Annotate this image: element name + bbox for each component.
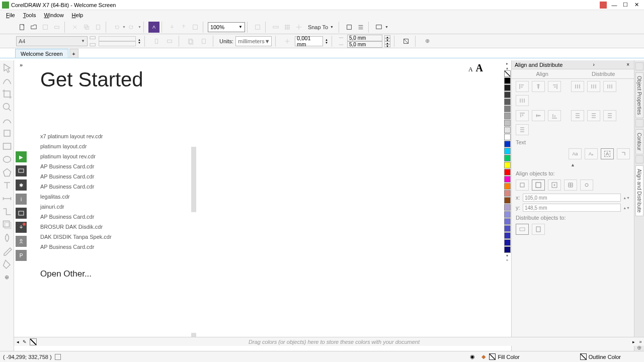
doc-palette-right[interactable]: ▸ <box>630 339 637 344</box>
color-proof-icon[interactable]: ◉ <box>469 353 476 360</box>
interactive-fill-tool[interactable] <box>1 258 13 270</box>
docker-tab-align[interactable]: Align <box>512 69 573 78</box>
smart-fill-tool[interactable] <box>1 127 13 139</box>
duplicate-x-field[interactable]: 5,0 mm <box>347 35 382 41</box>
status-play-icon[interactable] <box>55 354 61 360</box>
vtab-icon-properties[interactable] <box>635 62 643 70</box>
minimize-button[interactable]: — <box>609 1 620 10</box>
vtab-icon-align[interactable] <box>635 155 643 163</box>
parallel-dim-tool[interactable] <box>1 193 13 205</box>
align-left-button[interactable] <box>516 81 529 92</box>
welcome-workspace-button[interactable] <box>16 165 27 176</box>
tab-welcome-screen[interactable]: Welcome Screen <box>15 49 68 58</box>
large-a-icon[interactable]: A <box>476 62 483 74</box>
ellipse-tool[interactable] <box>1 153 13 165</box>
units-combo[interactable]: millimeters▼ <box>235 36 272 46</box>
welcome-font-size-controls[interactable]: A A <box>468 62 483 74</box>
spinner-arrows[interactable]: ▲▼ <box>138 38 141 44</box>
recent-file-item[interactable]: x7 platinum layout rev.cdr <box>40 131 186 141</box>
nudge-spinner[interactable]: ▲▼ <box>325 38 328 44</box>
connector-tool[interactable] <box>1 206 13 218</box>
menu-tools[interactable]: Tools <box>19 11 40 19</box>
color-swatch[interactable] <box>504 169 511 175</box>
app-launcher-button[interactable] <box>355 22 366 33</box>
dist-center-h-button[interactable] <box>587 81 600 92</box>
vtab-align-distribute[interactable]: Align and Distribute <box>635 165 643 216</box>
recent-file-item[interactable]: AP Business Card.cdr <box>40 212 186 222</box>
duplicate-y-field[interactable]: 5,0 mm <box>347 41 382 48</box>
menu-help[interactable]: Help <box>68 11 88 19</box>
recent-file-item[interactable]: legalitas.cdr <box>40 192 186 202</box>
freehand-tool[interactable] <box>1 114 13 126</box>
options-button[interactable] <box>344 22 355 33</box>
dist-to-selection-button[interactable] <box>516 224 529 235</box>
rectangle-tool[interactable] <box>1 140 13 152</box>
align-bottom-button[interactable] <box>548 110 561 121</box>
recent-file-item[interactable]: AP Business Card.cdr <box>40 161 186 171</box>
color-swatch[interactable] <box>504 239 511 246</box>
color-swatch[interactable] <box>504 84 511 91</box>
align-to-page-edge-button[interactable] <box>532 179 545 191</box>
menu-file[interactable]: File <box>2 11 19 19</box>
recent-scrollbar[interactable] <box>191 147 196 212</box>
page-height-field[interactable] <box>99 41 136 46</box>
docker-tab-distribute[interactable]: Distribute <box>573 69 634 78</box>
recent-file-item[interactable]: DAK DISDIK Tanpa Spek.cdr <box>40 232 186 242</box>
zoom-level-combo[interactable]: 100%▼ <box>208 22 245 32</box>
dist-center-v-button[interactable] <box>587 110 600 121</box>
doc-palette-left[interactable]: ◂ <box>14 339 21 344</box>
open-other-link[interactable]: Open Other... <box>40 269 503 279</box>
dist-spacing-v-button[interactable] <box>603 110 616 121</box>
fill-swatch-icon[interactable]: ◆ <box>480 353 487 360</box>
align-top-button[interactable] <box>516 110 529 121</box>
palette-flyout-icon[interactable]: ▸ <box>506 61 508 66</box>
doc-palette-nocolor[interactable] <box>30 338 37 345</box>
doc-palette-eyedrop[interactable]: ✎ <box>21 339 28 344</box>
color-swatch[interactable] <box>504 183 511 190</box>
welcome-updates-button[interactable] <box>16 222 27 233</box>
recent-file-item[interactable]: BROSUR DAK Disdik.cdr <box>40 222 186 232</box>
toolbox-customize[interactable]: ⊕ <box>1 271 13 283</box>
color-swatch[interactable] <box>504 246 511 253</box>
open-button[interactable] <box>28 22 39 33</box>
color-swatch[interactable] <box>504 190 511 197</box>
new-tab-button[interactable]: + <box>69 49 78 58</box>
recent-file-item[interactable]: platinum layout.cdr <box>40 141 186 151</box>
align-y-field[interactable]: 148,5 mm <box>523 204 621 212</box>
no-color-swatch[interactable] <box>504 70 511 77</box>
doc-palette-expand[interactable]: » <box>637 339 644 344</box>
drop-shadow-tool[interactable] <box>1 219 13 231</box>
welcome-product-button[interactable]: P <box>16 250 27 261</box>
align-to-active-button[interactable] <box>516 179 529 191</box>
recent-file-item[interactable]: AP Business Card.cdr <box>40 171 186 182</box>
align-center-v-button[interactable] <box>532 110 545 121</box>
menu-window[interactable]: Window <box>40 11 67 19</box>
quick-customize-plus[interactable]: ⊕ <box>422 36 433 47</box>
shape-tool[interactable] <box>1 75 13 87</box>
welcome-membership-button[interactable] <box>16 236 27 247</box>
recent-file-item[interactable]: AP Business Card.cdr <box>40 242 186 252</box>
dist-bottom-button[interactable] <box>516 124 529 135</box>
color-swatch[interactable] <box>504 134 511 140</box>
vtab-icon-contour[interactable] <box>635 119 643 127</box>
color-swatch[interactable] <box>504 120 511 126</box>
crop-tool[interactable] <box>1 88 13 100</box>
text-bounding-button[interactable]: A <box>601 148 614 159</box>
align-right-button[interactable] <box>548 81 561 92</box>
align-to-grid-button[interactable] <box>564 179 577 191</box>
dup-spinner[interactable]: ▲▼▲▼ <box>384 35 390 47</box>
pick-tool[interactable] <box>1 62 13 74</box>
color-swatch[interactable] <box>504 204 511 211</box>
color-swatch[interactable] <box>504 211 511 218</box>
welcome-get-started-button[interactable]: ▶ <box>16 151 27 162</box>
color-swatch[interactable] <box>504 176 511 183</box>
align-center-h-button[interactable] <box>532 81 545 92</box>
recent-file-item[interactable]: jainuri.cdr <box>40 202 186 212</box>
small-a-icon[interactable]: A <box>468 66 473 73</box>
welcome-new-button[interactable]: ✱ <box>16 179 27 191</box>
color-swatch[interactable] <box>504 113 511 119</box>
dist-to-page-button[interactable] <box>532 224 545 235</box>
text-baseline-a-button[interactable]: Aa <box>569 148 582 159</box>
palette-scroll-down[interactable]: ▾ <box>506 253 508 258</box>
palette-expand[interactable]: » <box>506 258 508 262</box>
